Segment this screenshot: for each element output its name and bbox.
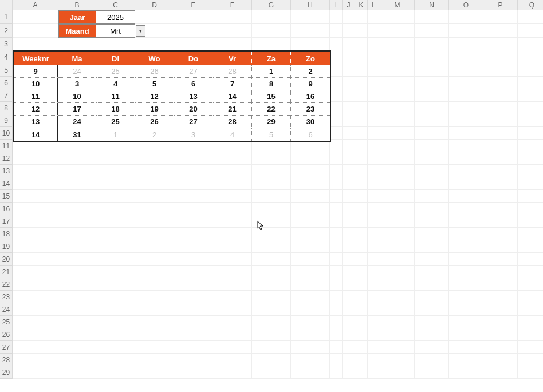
row-header-20[interactable]: 20: [0, 253, 13, 266]
select-all-corner[interactable]: [0, 0, 13, 10]
row-header-4[interactable]: 4: [0, 50, 13, 64]
calendar-day[interactable]: 26: [135, 65, 174, 78]
calendar-day[interactable]: 25: [96, 65, 135, 78]
calendar-day[interactable]: 12: [135, 90, 174, 103]
column-header-F[interactable]: F: [213, 0, 252, 10]
calendar-day[interactable]: 20: [174, 103, 213, 116]
calendar-day[interactable]: 3: [174, 128, 213, 141]
row-header-19[interactable]: 19: [0, 240, 13, 253]
row-header-3[interactable]: 3: [0, 38, 13, 50]
row-header-8[interactable]: 8: [0, 102, 13, 114]
column-header-C[interactable]: C: [96, 0, 135, 10]
calendar-header-ma: Ma: [58, 52, 96, 65]
row-header-9[interactable]: 9: [0, 114, 13, 127]
row-header-10[interactable]: 10: [0, 127, 13, 140]
calendar-day[interactable]: 5: [135, 78, 174, 90]
calendar-day[interactable]: 29: [252, 116, 291, 128]
calendar-day[interactable]: 27: [174, 116, 213, 128]
row-header-2[interactable]: 2: [0, 24, 13, 38]
row-header-21[interactable]: 21: [0, 266, 13, 278]
calendar-day[interactable]: 10: [58, 90, 96, 103]
calendar-day[interactable]: 24: [58, 65, 96, 78]
calendar-header-do: Do: [174, 52, 213, 65]
row-header-11[interactable]: 11: [0, 140, 13, 152]
row-header-1[interactable]: 1: [0, 10, 13, 24]
calendar-day[interactable]: 2: [135, 128, 174, 141]
year-input[interactable]: 2025: [96, 10, 135, 24]
row-header-17[interactable]: 17: [0, 215, 13, 228]
month-input[interactable]: Mrt: [96, 24, 135, 38]
column-header-I[interactable]: I: [330, 0, 343, 10]
column-header-G[interactable]: G: [252, 0, 291, 10]
column-headers: ABCDEFGHIJKLMNOPQ: [13, 0, 543, 10]
row-header-14[interactable]: 14: [0, 177, 13, 190]
row-header-28[interactable]: 28: [0, 354, 13, 366]
calendar-day[interactable]: 6: [174, 78, 213, 90]
calendar-day[interactable]: 13: [174, 90, 213, 103]
column-header-D[interactable]: D: [135, 0, 174, 10]
column-header-B[interactable]: B: [58, 0, 96, 10]
calendar-day[interactable]: 8: [252, 78, 291, 90]
row-header-26[interactable]: 26: [0, 328, 13, 341]
column-header-Q[interactable]: Q: [518, 0, 543, 10]
row-header-5[interactable]: 5: [0, 64, 13, 77]
row-header-13[interactable]: 13: [0, 165, 13, 177]
row-header-22[interactable]: 22: [0, 278, 13, 291]
calendar-day[interactable]: 23: [291, 103, 330, 116]
column-header-N[interactable]: N: [415, 0, 449, 10]
calendar-day[interactable]: 4: [96, 78, 135, 90]
calendar-day[interactable]: 25: [96, 116, 135, 128]
calendar-day[interactable]: 3: [58, 78, 96, 90]
calendar-day[interactable]: 4: [213, 128, 252, 141]
calendar-header-za: Za: [252, 52, 291, 65]
calendar-day[interactable]: 7: [213, 78, 252, 90]
column-header-J[interactable]: J: [343, 0, 355, 10]
calendar-day[interactable]: 9: [291, 78, 330, 90]
row-header-25[interactable]: 25: [0, 316, 13, 328]
column-header-E[interactable]: E: [174, 0, 213, 10]
row-header-23[interactable]: 23: [0, 291, 13, 303]
calendar-day[interactable]: 28: [213, 116, 252, 128]
row-header-6[interactable]: 6: [0, 77, 13, 89]
calendar-day[interactable]: 16: [291, 90, 330, 103]
calendar-day[interactable]: 17: [58, 103, 96, 116]
calendar-day[interactable]: 28: [213, 65, 252, 78]
column-header-K[interactable]: K: [355, 0, 368, 10]
calendar-day[interactable]: 2: [291, 65, 330, 78]
calendar-day[interactable]: 11: [96, 90, 135, 103]
column-header-O[interactable]: O: [449, 0, 483, 10]
calendar-day[interactable]: 30: [291, 116, 330, 128]
row-header-15[interactable]: 15: [0, 190, 13, 203]
row-header-16[interactable]: 16: [0, 203, 13, 215]
column-header-H[interactable]: H: [291, 0, 330, 10]
calendar-day[interactable]: 21: [213, 103, 252, 116]
calendar-weeknr: 10: [14, 78, 58, 90]
column-header-A[interactable]: A: [13, 0, 58, 10]
calendar-day[interactable]: 18: [96, 103, 135, 116]
row-header-24[interactable]: 24: [0, 303, 13, 316]
row-header-18[interactable]: 18: [0, 228, 13, 240]
row-header-27[interactable]: 27: [0, 341, 13, 354]
column-header-L[interactable]: L: [368, 0, 380, 10]
calendar-day[interactable]: 19: [135, 103, 174, 116]
calendar-day[interactable]: 27: [174, 65, 213, 78]
year-label: Jaar: [58, 10, 96, 24]
calendar-day[interactable]: 22: [252, 103, 291, 116]
calendar-day[interactable]: 26: [135, 116, 174, 128]
calendar-day[interactable]: 24: [58, 116, 96, 128]
row-header-29[interactable]: 29: [0, 366, 13, 379]
calendar-day[interactable]: 6: [291, 128, 330, 141]
calendar-weeknr: 12: [14, 103, 58, 116]
calendar-day[interactable]: 15: [252, 90, 291, 103]
month-label: Maand: [58, 24, 96, 38]
calendar-day[interactable]: 1: [96, 128, 135, 141]
calendar-day[interactable]: 5: [252, 128, 291, 141]
calendar-day[interactable]: 31: [58, 128, 96, 141]
calendar-day[interactable]: 14: [213, 90, 252, 103]
column-header-P[interactable]: P: [483, 0, 518, 10]
calendar-day[interactable]: 1: [252, 65, 291, 78]
month-dropdown-button[interactable]: ▾: [136, 25, 145, 37]
row-header-12[interactable]: 12: [0, 152, 13, 165]
row-header-7[interactable]: 7: [0, 89, 13, 102]
column-header-M[interactable]: M: [380, 0, 415, 10]
